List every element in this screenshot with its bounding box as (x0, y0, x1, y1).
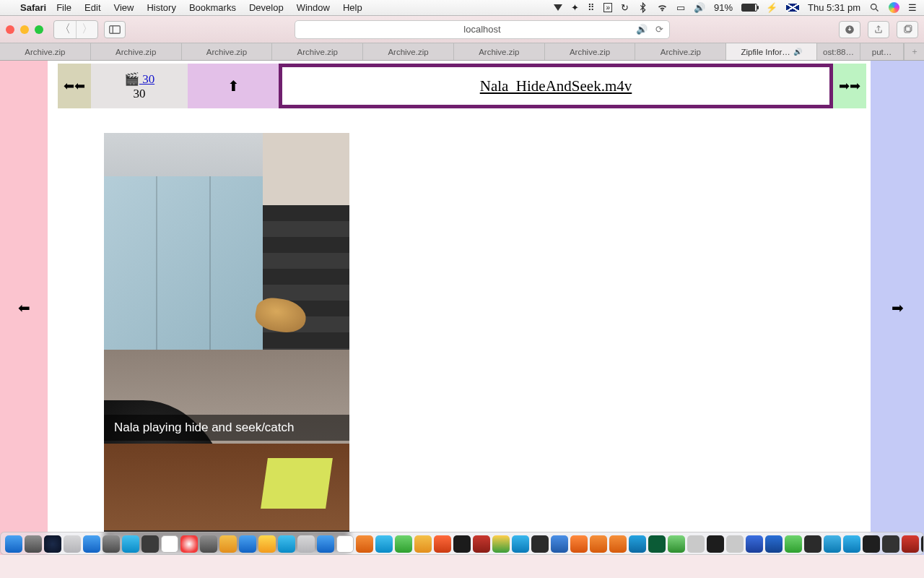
close-window-button[interactable] (6, 25, 14, 34)
tab-archive-7[interactable]: Archive.zip (545, 43, 636, 60)
tab-archive-6[interactable]: Archive.zip (454, 43, 545, 60)
dock-app-icon[interactable] (882, 535, 899, 553)
file-back-button[interactable]: ⬅⬅ (58, 64, 91, 108)
sidebar-toggle-button[interactable] (104, 21, 126, 38)
status-clock[interactable]: Thu 5:31 pm (808, 2, 860, 13)
dock-app-icon[interactable] (141, 535, 159, 553)
tab-archive-8[interactable]: Archive.zip (635, 43, 726, 60)
dock-chrome-icon[interactable] (492, 535, 510, 553)
dock-app-icon[interactable] (200, 535, 217, 553)
dock-appstore-icon[interactable] (239, 535, 256, 553)
tab-audio-indicator-icon[interactable]: 🔊 (793, 48, 802, 56)
menu-edit[interactable]: Edit (84, 2, 100, 13)
dock-app-icon[interactable] (44, 535, 61, 553)
menu-bookmarks[interactable]: Bookmarks (189, 2, 236, 13)
dock-app-icon[interactable] (414, 535, 432, 553)
menu-view[interactable]: View (114, 2, 134, 13)
dock-app-icon[interactable] (609, 535, 627, 553)
menu-history[interactable]: History (147, 2, 175, 13)
menu-window[interactable]: Window (297, 2, 330, 13)
dock-app-icon[interactable] (765, 535, 783, 553)
dock-app-icon[interactable] (921, 535, 924, 553)
dock-app-icon[interactable] (356, 535, 373, 553)
dock-app-icon[interactable] (843, 535, 860, 553)
dock-vscode-icon[interactable] (746, 535, 763, 553)
page-prev-strip[interactable]: ⬅ (0, 61, 48, 555)
tab-archive-1[interactable]: Archive.zip (0, 43, 91, 60)
dock-safari-icon[interactable] (122, 535, 139, 553)
downloads-button[interactable] (839, 21, 860, 38)
tab-audio-icon[interactable]: 🔊 (636, 24, 648, 35)
dock-mail-icon[interactable] (83, 535, 100, 553)
dock-app-icon[interactable] (219, 535, 237, 553)
status-dropbox-icon[interactable]: ⠿ (588, 2, 595, 13)
status-wifi-icon[interactable] (657, 2, 668, 13)
dock-app-icon[interactable] (453, 535, 471, 553)
notification-center-icon[interactable]: ☰ (908, 2, 917, 13)
tab-archive-4[interactable]: Archive.zip (272, 43, 363, 60)
battery-icon[interactable] (741, 4, 757, 12)
dock-app-icon[interactable] (317, 535, 334, 553)
spotlight-icon[interactable] (869, 2, 880, 13)
menu-develop[interactable]: Develop (249, 2, 284, 13)
tab-archive-5[interactable]: Archive.zip (363, 43, 454, 60)
status-download-icon[interactable] (554, 4, 562, 11)
menu-file[interactable]: File (56, 2, 71, 13)
dock-app-icon[interactable] (180, 535, 198, 553)
status-avast-icon[interactable]: ✦ (571, 2, 579, 13)
dock-edge-icon[interactable] (512, 535, 529, 553)
dock-firefox-icon[interactable] (590, 535, 607, 553)
dock-settings-icon[interactable] (25, 535, 42, 553)
menu-help[interactable]: Help (343, 2, 362, 13)
dock-app-icon[interactable] (297, 535, 315, 553)
dock-terminal-icon[interactable] (863, 535, 880, 553)
dock-finder-icon[interactable] (5, 535, 22, 553)
dock-calendar-icon[interactable] (161, 535, 178, 553)
dock-app-icon[interactable] (103, 535, 120, 553)
app-name[interactable]: Safari (20, 2, 46, 13)
new-tab-button[interactable]: ＋ (904, 43, 924, 60)
dock-app-icon[interactable] (258, 535, 276, 553)
dock-app-icon[interactable] (375, 535, 393, 553)
dock-filezilla-icon[interactable] (473, 535, 490, 553)
tab-active-zipfile[interactable]: Zipfile Infor…🔊 (726, 43, 817, 60)
file-up-button[interactable]: ⬆ (188, 64, 279, 108)
url-bar[interactable]: localhost 🔊 ⟳ (295, 20, 670, 39)
status-volume-icon[interactable]: 🔊 (694, 2, 705, 13)
dock-app-icon[interactable] (551, 535, 568, 553)
dock-app-icon[interactable] (902, 535, 919, 553)
tabs-overview-button[interactable] (897, 21, 918, 38)
minimize-window-button[interactable] (20, 25, 29, 34)
dock-app-icon[interactable] (395, 535, 412, 553)
dock-app-icon[interactable] (785, 535, 802, 553)
flag-icon[interactable] (786, 4, 799, 12)
dock-app-icon[interactable] (531, 535, 549, 553)
status-bluetooth-icon[interactable] (637, 2, 648, 13)
dock-app-icon[interactable] (687, 535, 705, 553)
dock-app-icon[interactable] (629, 535, 646, 553)
dock-app-icon[interactable] (278, 535, 295, 553)
dock-app-icon[interactable] (707, 535, 724, 553)
status-extension-icon[interactable]: » (603, 3, 612, 12)
tab-ost88[interactable]: ost:88… (817, 43, 860, 60)
dock-app-icon[interactable] (64, 535, 81, 553)
status-display-icon[interactable]: ▭ (676, 2, 685, 13)
file-index-link[interactable]: 30 (139, 72, 154, 86)
tab-put[interactable]: put… (860, 43, 904, 60)
dock-app-icon[interactable] (824, 535, 841, 553)
share-button[interactable] (868, 21, 889, 38)
siri-icon[interactable] (889, 2, 899, 13)
dock-app-icon[interactable] (434, 535, 451, 553)
nav-back-button[interactable]: 〈 (54, 21, 76, 38)
file-forward-button[interactable]: ➡➡ (833, 64, 866, 108)
dock-app-icon[interactable] (648, 535, 666, 553)
tab-archive-2[interactable]: Archive.zip (91, 43, 182, 60)
dock-app-icon[interactable] (726, 535, 744, 553)
zoom-window-button[interactable] (35, 25, 43, 34)
status-timemachine-icon[interactable]: ↻ (621, 2, 629, 13)
reload-button[interactable]: ⟳ (655, 24, 663, 35)
dock-vlc-icon[interactable] (570, 535, 588, 553)
dock-app-icon[interactable] (804, 535, 821, 553)
tab-archive-3[interactable]: Archive.zip (182, 43, 273, 60)
video-player[interactable]: Nala playing hide and seek/catch ❚❚ 🔊 ▭ … (104, 133, 349, 552)
